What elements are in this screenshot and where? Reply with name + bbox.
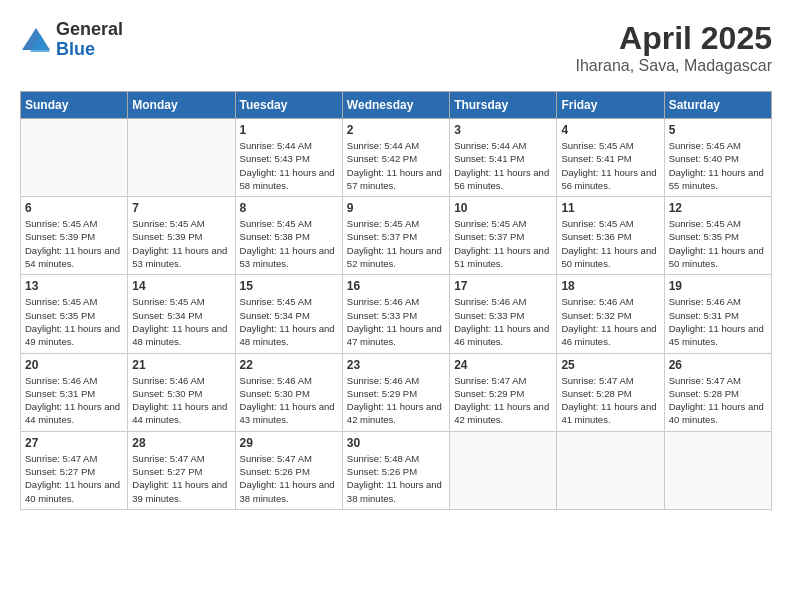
calendar-cell: 22Sunrise: 5:46 AMSunset: 5:30 PMDayligh…: [235, 353, 342, 431]
weekday-header: Saturday: [664, 92, 771, 119]
logo-general-label: General: [56, 20, 123, 40]
calendar-cell: 17Sunrise: 5:46 AMSunset: 5:33 PMDayligh…: [450, 275, 557, 353]
calendar-cell: 12Sunrise: 5:45 AMSunset: 5:35 PMDayligh…: [664, 197, 771, 275]
logo-text: General Blue: [56, 20, 123, 60]
day-info: Sunrise: 5:46 AMSunset: 5:33 PMDaylight:…: [347, 295, 445, 348]
title-area: April 2025 Iharana, Sava, Madagascar: [575, 20, 772, 75]
day-info: Sunrise: 5:47 AMSunset: 5:28 PMDaylight:…: [669, 374, 767, 427]
day-number: 8: [240, 201, 338, 215]
header: General Blue April 2025 Iharana, Sava, M…: [20, 20, 772, 75]
day-info: Sunrise: 5:44 AMSunset: 5:43 PMDaylight:…: [240, 139, 338, 192]
day-info: Sunrise: 5:47 AMSunset: 5:26 PMDaylight:…: [240, 452, 338, 505]
calendar-cell: [557, 431, 664, 509]
day-number: 1: [240, 123, 338, 137]
day-info: Sunrise: 5:46 AMSunset: 5:31 PMDaylight:…: [669, 295, 767, 348]
day-info: Sunrise: 5:46 AMSunset: 5:33 PMDaylight:…: [454, 295, 552, 348]
calendar-cell: 25Sunrise: 5:47 AMSunset: 5:28 PMDayligh…: [557, 353, 664, 431]
day-info: Sunrise: 5:46 AMSunset: 5:30 PMDaylight:…: [132, 374, 230, 427]
calendar-week-row: 13Sunrise: 5:45 AMSunset: 5:35 PMDayligh…: [21, 275, 772, 353]
calendar-cell: 9Sunrise: 5:45 AMSunset: 5:37 PMDaylight…: [342, 197, 449, 275]
day-info: Sunrise: 5:45 AMSunset: 5:40 PMDaylight:…: [669, 139, 767, 192]
calendar-cell: 23Sunrise: 5:46 AMSunset: 5:29 PMDayligh…: [342, 353, 449, 431]
day-info: Sunrise: 5:47 AMSunset: 5:27 PMDaylight:…: [25, 452, 123, 505]
day-number: 21: [132, 358, 230, 372]
day-info: Sunrise: 5:45 AMSunset: 5:35 PMDaylight:…: [25, 295, 123, 348]
day-number: 22: [240, 358, 338, 372]
calendar-cell: 30Sunrise: 5:48 AMSunset: 5:26 PMDayligh…: [342, 431, 449, 509]
day-info: Sunrise: 5:45 AMSunset: 5:34 PMDaylight:…: [240, 295, 338, 348]
day-number: 15: [240, 279, 338, 293]
calendar-cell: 5Sunrise: 5:45 AMSunset: 5:40 PMDaylight…: [664, 119, 771, 197]
day-info: Sunrise: 5:47 AMSunset: 5:27 PMDaylight:…: [132, 452, 230, 505]
weekday-header: Wednesday: [342, 92, 449, 119]
day-number: 3: [454, 123, 552, 137]
day-number: 7: [132, 201, 230, 215]
day-number: 20: [25, 358, 123, 372]
calendar-cell: 18Sunrise: 5:46 AMSunset: 5:32 PMDayligh…: [557, 275, 664, 353]
day-info: Sunrise: 5:45 AMSunset: 5:41 PMDaylight:…: [561, 139, 659, 192]
logo: General Blue: [20, 20, 123, 60]
calendar-cell: 11Sunrise: 5:45 AMSunset: 5:36 PMDayligh…: [557, 197, 664, 275]
day-info: Sunrise: 5:46 AMSunset: 5:32 PMDaylight:…: [561, 295, 659, 348]
day-number: 28: [132, 436, 230, 450]
day-number: 24: [454, 358, 552, 372]
calendar-cell: 14Sunrise: 5:45 AMSunset: 5:34 PMDayligh…: [128, 275, 235, 353]
calendar-cell: 15Sunrise: 5:45 AMSunset: 5:34 PMDayligh…: [235, 275, 342, 353]
calendar-cell: 1Sunrise: 5:44 AMSunset: 5:43 PMDaylight…: [235, 119, 342, 197]
calendar-cell: 3Sunrise: 5:44 AMSunset: 5:41 PMDaylight…: [450, 119, 557, 197]
calendar-cell: 27Sunrise: 5:47 AMSunset: 5:27 PMDayligh…: [21, 431, 128, 509]
day-number: 10: [454, 201, 552, 215]
calendar-cell: 26Sunrise: 5:47 AMSunset: 5:28 PMDayligh…: [664, 353, 771, 431]
calendar-cell: 7Sunrise: 5:45 AMSunset: 5:39 PMDaylight…: [128, 197, 235, 275]
day-number: 27: [25, 436, 123, 450]
calendar-cell: 10Sunrise: 5:45 AMSunset: 5:37 PMDayligh…: [450, 197, 557, 275]
calendar-cell: [450, 431, 557, 509]
day-info: Sunrise: 5:45 AMSunset: 5:37 PMDaylight:…: [454, 217, 552, 270]
calendar-cell: 16Sunrise: 5:46 AMSunset: 5:33 PMDayligh…: [342, 275, 449, 353]
month-title: April 2025: [575, 20, 772, 57]
day-number: 13: [25, 279, 123, 293]
day-number: 17: [454, 279, 552, 293]
day-info: Sunrise: 5:46 AMSunset: 5:31 PMDaylight:…: [25, 374, 123, 427]
calendar-cell: [21, 119, 128, 197]
logo-blue-label: Blue: [56, 40, 123, 60]
calendar-cell: 2Sunrise: 5:44 AMSunset: 5:42 PMDaylight…: [342, 119, 449, 197]
day-number: 2: [347, 123, 445, 137]
day-info: Sunrise: 5:46 AMSunset: 5:30 PMDaylight:…: [240, 374, 338, 427]
day-number: 4: [561, 123, 659, 137]
weekday-header: Sunday: [21, 92, 128, 119]
calendar-cell: 8Sunrise: 5:45 AMSunset: 5:38 PMDaylight…: [235, 197, 342, 275]
calendar-cell: 4Sunrise: 5:45 AMSunset: 5:41 PMDaylight…: [557, 119, 664, 197]
day-info: Sunrise: 5:45 AMSunset: 5:35 PMDaylight:…: [669, 217, 767, 270]
day-number: 30: [347, 436, 445, 450]
day-info: Sunrise: 5:45 AMSunset: 5:34 PMDaylight:…: [132, 295, 230, 348]
calendar-week-row: 1Sunrise: 5:44 AMSunset: 5:43 PMDaylight…: [21, 119, 772, 197]
calendar-cell: 6Sunrise: 5:45 AMSunset: 5:39 PMDaylight…: [21, 197, 128, 275]
day-info: Sunrise: 5:47 AMSunset: 5:29 PMDaylight:…: [454, 374, 552, 427]
calendar-cell: [128, 119, 235, 197]
day-info: Sunrise: 5:45 AMSunset: 5:38 PMDaylight:…: [240, 217, 338, 270]
day-number: 29: [240, 436, 338, 450]
day-info: Sunrise: 5:45 AMSunset: 5:37 PMDaylight:…: [347, 217, 445, 270]
calendar-cell: 20Sunrise: 5:46 AMSunset: 5:31 PMDayligh…: [21, 353, 128, 431]
calendar-week-row: 27Sunrise: 5:47 AMSunset: 5:27 PMDayligh…: [21, 431, 772, 509]
location-title: Iharana, Sava, Madagascar: [575, 57, 772, 75]
calendar-cell: 28Sunrise: 5:47 AMSunset: 5:27 PMDayligh…: [128, 431, 235, 509]
day-number: 6: [25, 201, 123, 215]
day-number: 9: [347, 201, 445, 215]
day-number: 14: [132, 279, 230, 293]
logo-icon: [20, 26, 52, 54]
day-info: Sunrise: 5:46 AMSunset: 5:29 PMDaylight:…: [347, 374, 445, 427]
calendar-cell: 24Sunrise: 5:47 AMSunset: 5:29 PMDayligh…: [450, 353, 557, 431]
calendar-cell: 21Sunrise: 5:46 AMSunset: 5:30 PMDayligh…: [128, 353, 235, 431]
day-number: 25: [561, 358, 659, 372]
calendar-cell: 13Sunrise: 5:45 AMSunset: 5:35 PMDayligh…: [21, 275, 128, 353]
calendar-cell: 19Sunrise: 5:46 AMSunset: 5:31 PMDayligh…: [664, 275, 771, 353]
day-number: 26: [669, 358, 767, 372]
day-info: Sunrise: 5:48 AMSunset: 5:26 PMDaylight:…: [347, 452, 445, 505]
weekday-header: Friday: [557, 92, 664, 119]
calendar-cell: [664, 431, 771, 509]
day-number: 16: [347, 279, 445, 293]
calendar-week-row: 20Sunrise: 5:46 AMSunset: 5:31 PMDayligh…: [21, 353, 772, 431]
weekday-header: Monday: [128, 92, 235, 119]
